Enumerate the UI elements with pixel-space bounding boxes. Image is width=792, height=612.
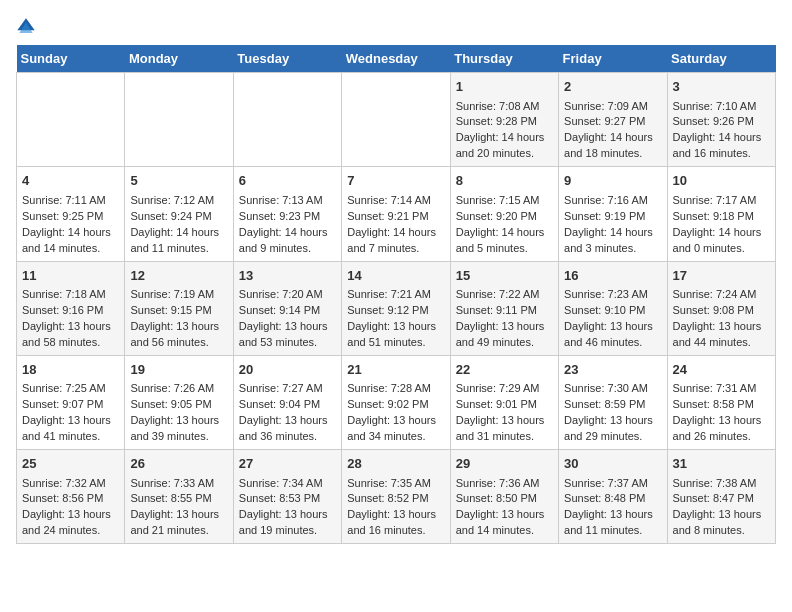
day-info: Daylight: 13 hours [239, 507, 336, 523]
day-info: Sunrise: 7:15 AM [456, 193, 553, 209]
day-info: Daylight: 14 hours [456, 225, 553, 241]
calendar-cell: 9Sunrise: 7:16 AMSunset: 9:19 PMDaylight… [559, 167, 667, 261]
day-info: and 31 minutes. [456, 429, 553, 445]
calendar-cell: 11Sunrise: 7:18 AMSunset: 9:16 PMDayligh… [17, 261, 125, 355]
weekday-header: Tuesday [233, 45, 341, 73]
weekday-header: Sunday [17, 45, 125, 73]
calendar-cell: 1Sunrise: 7:08 AMSunset: 9:28 PMDaylight… [450, 73, 558, 167]
day-number: 1 [456, 77, 553, 97]
calendar-cell: 10Sunrise: 7:17 AMSunset: 9:18 PMDayligh… [667, 167, 775, 261]
day-info: Sunrise: 7:29 AM [456, 381, 553, 397]
calendar-cell: 16Sunrise: 7:23 AMSunset: 9:10 PMDayligh… [559, 261, 667, 355]
day-info: Sunrise: 7:21 AM [347, 287, 444, 303]
day-number: 6 [239, 171, 336, 191]
day-number: 31 [673, 454, 770, 474]
day-info: Daylight: 13 hours [673, 413, 770, 429]
day-info: Daylight: 13 hours [130, 319, 227, 335]
weekday-header-row: SundayMondayTuesdayWednesdayThursdayFrid… [17, 45, 776, 73]
calendar-cell: 26Sunrise: 7:33 AMSunset: 8:55 PMDayligh… [125, 450, 233, 544]
day-info: Sunset: 9:26 PM [673, 114, 770, 130]
weekday-header: Monday [125, 45, 233, 73]
day-number: 4 [22, 171, 119, 191]
day-number: 21 [347, 360, 444, 380]
day-info: Sunrise: 7:35 AM [347, 476, 444, 492]
day-number: 23 [564, 360, 661, 380]
day-number: 26 [130, 454, 227, 474]
day-number: 5 [130, 171, 227, 191]
day-info: Sunrise: 7:08 AM [456, 99, 553, 115]
weekday-header: Saturday [667, 45, 775, 73]
day-info: Sunrise: 7:28 AM [347, 381, 444, 397]
day-info: and 56 minutes. [130, 335, 227, 351]
calendar-week-row: 25Sunrise: 7:32 AMSunset: 8:56 PMDayligh… [17, 450, 776, 544]
day-info: Daylight: 13 hours [347, 319, 444, 335]
calendar-cell: 23Sunrise: 7:30 AMSunset: 8:59 PMDayligh… [559, 355, 667, 449]
day-info: Sunset: 9:04 PM [239, 397, 336, 413]
day-info: Sunset: 9:07 PM [22, 397, 119, 413]
calendar-week-row: 1Sunrise: 7:08 AMSunset: 9:28 PMDaylight… [17, 73, 776, 167]
day-number: 24 [673, 360, 770, 380]
day-info: Sunrise: 7:16 AM [564, 193, 661, 209]
day-info: and 49 minutes. [456, 335, 553, 351]
day-info: Daylight: 13 hours [673, 507, 770, 523]
day-info: and 7 minutes. [347, 241, 444, 257]
day-info: Sunrise: 7:09 AM [564, 99, 661, 115]
logo-icon [16, 17, 36, 37]
day-info: Daylight: 14 hours [130, 225, 227, 241]
weekday-header: Friday [559, 45, 667, 73]
day-info: and 58 minutes. [22, 335, 119, 351]
day-info: Daylight: 13 hours [456, 507, 553, 523]
day-info: and 8 minutes. [673, 523, 770, 539]
day-info: Sunset: 9:02 PM [347, 397, 444, 413]
calendar-cell: 17Sunrise: 7:24 AMSunset: 9:08 PMDayligh… [667, 261, 775, 355]
day-info: Sunset: 9:19 PM [564, 209, 661, 225]
day-info: Daylight: 13 hours [347, 507, 444, 523]
day-info: Daylight: 13 hours [22, 507, 119, 523]
day-info: and 14 minutes. [22, 241, 119, 257]
day-info: Sunset: 9:05 PM [130, 397, 227, 413]
calendar-week-row: 18Sunrise: 7:25 AMSunset: 9:07 PMDayligh… [17, 355, 776, 449]
day-info: Sunrise: 7:30 AM [564, 381, 661, 397]
day-info: Sunrise: 7:34 AM [239, 476, 336, 492]
day-info: Sunrise: 7:13 AM [239, 193, 336, 209]
page-header [16, 16, 776, 37]
day-info: Daylight: 13 hours [564, 413, 661, 429]
day-info: Daylight: 13 hours [456, 319, 553, 335]
day-info: Sunrise: 7:33 AM [130, 476, 227, 492]
day-info: Daylight: 14 hours [22, 225, 119, 241]
day-info: Sunrise: 7:37 AM [564, 476, 661, 492]
day-number: 2 [564, 77, 661, 97]
day-info: Daylight: 14 hours [673, 225, 770, 241]
day-info: Sunrise: 7:20 AM [239, 287, 336, 303]
day-info: and 24 minutes. [22, 523, 119, 539]
calendar-cell: 8Sunrise: 7:15 AMSunset: 9:20 PMDaylight… [450, 167, 558, 261]
day-info: Sunset: 8:58 PM [673, 397, 770, 413]
calendar-cell [233, 73, 341, 167]
calendar-cell: 27Sunrise: 7:34 AMSunset: 8:53 PMDayligh… [233, 450, 341, 544]
day-number: 27 [239, 454, 336, 474]
calendar-cell: 30Sunrise: 7:37 AMSunset: 8:48 PMDayligh… [559, 450, 667, 544]
day-info: Sunset: 9:11 PM [456, 303, 553, 319]
calendar-cell: 2Sunrise: 7:09 AMSunset: 9:27 PMDaylight… [559, 73, 667, 167]
day-info: Daylight: 14 hours [564, 225, 661, 241]
day-info: and 20 minutes. [456, 146, 553, 162]
day-info: Sunrise: 7:11 AM [22, 193, 119, 209]
day-info: and 29 minutes. [564, 429, 661, 445]
day-info: Sunrise: 7:22 AM [456, 287, 553, 303]
calendar-cell [17, 73, 125, 167]
calendar-cell: 18Sunrise: 7:25 AMSunset: 9:07 PMDayligh… [17, 355, 125, 449]
day-number: 10 [673, 171, 770, 191]
day-info: and 16 minutes. [347, 523, 444, 539]
day-number: 11 [22, 266, 119, 286]
day-number: 12 [130, 266, 227, 286]
day-info: Sunset: 9:27 PM [564, 114, 661, 130]
day-number: 17 [673, 266, 770, 286]
day-info: Sunset: 9:24 PM [130, 209, 227, 225]
calendar-cell: 21Sunrise: 7:28 AMSunset: 9:02 PMDayligh… [342, 355, 450, 449]
day-info: and 46 minutes. [564, 335, 661, 351]
calendar-cell: 25Sunrise: 7:32 AMSunset: 8:56 PMDayligh… [17, 450, 125, 544]
day-info: Daylight: 13 hours [564, 319, 661, 335]
day-info: Sunrise: 7:19 AM [130, 287, 227, 303]
day-info: Sunset: 8:59 PM [564, 397, 661, 413]
day-info: and 14 minutes. [456, 523, 553, 539]
